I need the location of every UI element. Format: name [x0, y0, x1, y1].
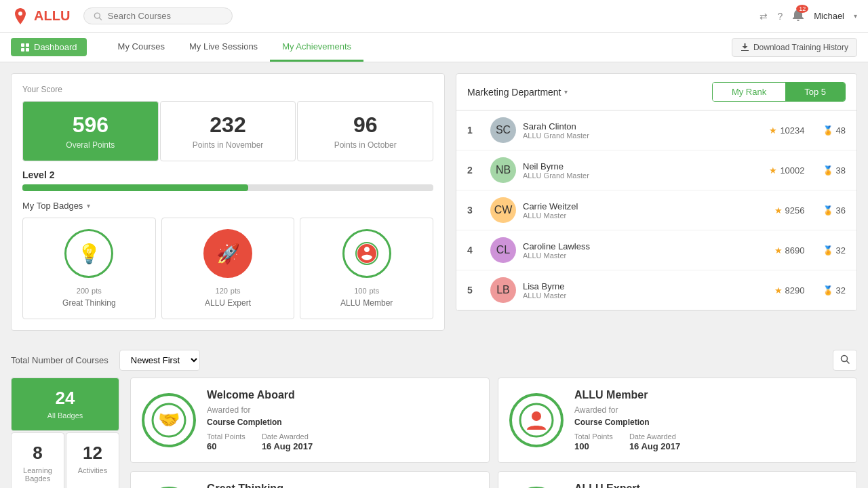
- shuffle-icon[interactable]: ⇄: [760, 11, 768, 22]
- stat-learning-badges: 8 Learning Bagdes: [11, 432, 64, 488]
- user-dropdown-icon[interactable]: ▾: [854, 12, 857, 20]
- help-icon[interactable]: ?: [777, 11, 783, 22]
- list-item: 💡 Great Thinking Awarded for Course Comp…: [130, 471, 490, 488]
- download-icon: [741, 43, 749, 52]
- lb-avatar-3: CW: [490, 197, 516, 223]
- svg-rect-4: [21, 48, 24, 52]
- badge-welcome-title: Welcome Aboard: [207, 389, 478, 401]
- badge-name-great-thinking: Great Thinking: [30, 298, 149, 308]
- lb-rank-4: 4: [467, 245, 484, 256]
- october-points-label: Points in October: [309, 140, 422, 150]
- search-box[interactable]: [83, 7, 233, 24]
- lb-badges-1: 🏅48: [823, 125, 846, 136]
- notification-icon[interactable]: 12: [792, 9, 804, 23]
- november-points-label: Points in November: [172, 140, 285, 150]
- score-section: Your Score 596 Overal Points 232 Points …: [11, 73, 445, 331]
- left-panel: Your Score 596 Overal Points 232 Points …: [11, 73, 445, 339]
- lb-score-4: ★8690: [774, 245, 805, 256]
- badge-pts-allu-expert: 120 pts: [169, 285, 288, 296]
- total-courses-label: Total Number of Courses: [11, 355, 108, 365]
- badge-name-allu-expert: ALLU Expert: [169, 298, 288, 308]
- badges-dropdown-icon: ▾: [87, 202, 90, 209]
- lb-score-1: ★10234: [769, 125, 804, 136]
- search-input[interactable]: [108, 11, 223, 21]
- learning-badges-value: 8: [21, 443, 54, 464]
- list-item: ALLU Member Awarded for Course Completio…: [498, 378, 857, 463]
- dashboard-button[interactable]: Dashboard: [11, 38, 87, 56]
- overall-points-label: Overal Points: [34, 140, 147, 150]
- lb-title-5: ALLU Master: [523, 291, 768, 300]
- lb-name-4: Caroline Lawless: [523, 241, 768, 251]
- overall-points-value: 596: [34, 113, 147, 138]
- level-section: Level 2: [22, 169, 433, 191]
- list-item: 🤝 Welcome Aboard Awarded for Course Comp…: [130, 378, 490, 463]
- nav-my-achievements[interactable]: My Achievements: [270, 33, 363, 62]
- badge-name-allu-member: ALLU Member: [307, 298, 426, 308]
- badge-icon-allu-expert: 🚀: [203, 229, 252, 278]
- learning-badges-label: Learning Bagdes: [21, 466, 54, 483]
- lb-name-2: Neil Byrne: [523, 161, 762, 171]
- lb-info-4: Caroline Lawless ALLU Master: [523, 241, 768, 260]
- badge-member-row: Total Points 100 Date Awarded 16 Aug 201…: [574, 432, 846, 451]
- badge-thinking-title: Great Thinking: [207, 483, 478, 488]
- lb-title-1: ALLU Grand Master: [523, 131, 762, 140]
- lb-badges-2: 🏅38: [823, 165, 846, 176]
- download-btn[interactable]: Download Training History: [732, 38, 857, 57]
- nav-my-courses[interactable]: My Courses: [106, 33, 177, 62]
- lb-score-3: ★9256: [774, 205, 805, 216]
- svg-rect-2: [21, 43, 24, 47]
- lb-rank-5: 5: [467, 285, 484, 296]
- dept-dropdown-icon: ▾: [564, 88, 568, 96]
- badge-welcome-icon: 🤝: [142, 393, 196, 447]
- lb-score-5: ★8290: [774, 285, 805, 296]
- user-name[interactable]: Michael: [814, 11, 844, 21]
- list-item: 🚀 ALLU Expert Awarded for Course Complet…: [498, 471, 857, 488]
- svg-text:🤝: 🤝: [158, 409, 180, 430]
- score-card-overall: 596 Overal Points: [22, 101, 159, 161]
- bottom-content: 24 All Badges 8 Learning Bagdes 12 Activ…: [11, 378, 857, 488]
- badge-card-allu-member: 100 pts ALLU Member: [300, 218, 433, 319]
- badge-pts-great-thinking: 200 pts: [30, 285, 149, 296]
- table-row: 4 CL Caroline Lawless ALLU Master ★8690 …: [456, 230, 856, 270]
- badge-member-title: ALLU Member: [574, 389, 846, 401]
- badges-label[interactable]: My Top Badges ▾: [22, 201, 433, 211]
- badge-icon-allu-member: [342, 229, 391, 278]
- score-cards: 596 Overal Points 232 Points in November…: [22, 101, 433, 161]
- logo: ALLU: [11, 7, 70, 26]
- badge-member-icon: [509, 393, 564, 447]
- progress-bar-fill: [22, 184, 248, 191]
- search-filter-button[interactable]: [833, 350, 857, 371]
- dept-name[interactable]: Marketing Department ▾: [467, 87, 568, 98]
- tab-my-rank[interactable]: My Rank: [713, 83, 785, 101]
- tab-top5[interactable]: Top 5: [785, 83, 845, 101]
- svg-rect-3: [26, 43, 29, 47]
- lb-badges-4: 🏅32: [823, 245, 846, 256]
- badge-welcome-for-val: Course Completion: [207, 418, 478, 427]
- search-filter-icon: [840, 354, 850, 364]
- lb-info-1: Sarah Clinton ALLU Grand Master: [523, 121, 762, 140]
- all-badges-label: All Badges: [21, 411, 109, 420]
- leaderboard-header: Marketing Department ▾ My Rank Top 5: [456, 74, 856, 110]
- dashboard-icon: [20, 43, 30, 52]
- all-badges-value: 24: [21, 388, 109, 409]
- svg-line-8: [847, 361, 850, 364]
- table-row: 5 LB Lisa Byrne ALLU Master ★8290 🏅32: [456, 270, 856, 310]
- badge-card-allu-expert: 🚀 120 pts ALLU Expert: [161, 218, 295, 319]
- nav-my-live-sessions[interactable]: My Live Sessions: [177, 33, 270, 62]
- november-points-value: 232: [172, 113, 285, 138]
- table-row: 1 SC Sarah Clinton ALLU Grand Master ★10…: [456, 110, 856, 150]
- sort-select[interactable]: Newest First: [119, 350, 200, 371]
- bottom-section: Total Number of Courses Newest First 24 …: [0, 350, 868, 488]
- activities-value: 12: [76, 443, 109, 464]
- badge-pts-allu-member: 100 pts: [307, 285, 426, 296]
- badge-welcome-info: Welcome Aboard Awarded for Course Comple…: [207, 389, 478, 451]
- lb-name-5: Lisa Byrne: [523, 281, 768, 291]
- badge-icon-great-thinking: 💡: [64, 229, 113, 278]
- lb-avatar-4: CL: [490, 237, 516, 263]
- table-row: 2 NB Neil Byrne ALLU Grand Master ★10002…: [456, 150, 856, 190]
- main-content: Your Score 596 Overal Points 232 Points …: [0, 62, 868, 350]
- badge-welcome-pts: Total Points 60: [207, 432, 245, 451]
- svg-rect-5: [26, 48, 29, 52]
- stat-activities: 12 Activities: [66, 432, 119, 488]
- lb-rank-3: 3: [467, 205, 484, 216]
